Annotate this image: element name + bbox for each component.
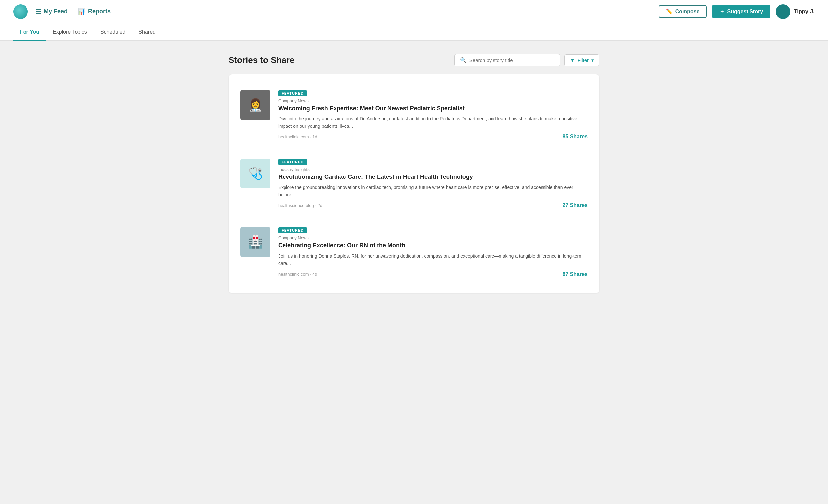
story-shares: 27 Shares bbox=[563, 202, 587, 208]
avatar bbox=[776, 4, 790, 19]
search-box[interactable]: 🔍 bbox=[454, 54, 561, 66]
user-name: Tippy J. bbox=[793, 8, 815, 15]
featured-badge: FEATURED bbox=[278, 227, 307, 234]
story-source: healthscience.blog bbox=[278, 203, 314, 208]
story-age: 4d bbox=[312, 271, 317, 277]
story-footer: healthscience.blog · 2d 27 Shares bbox=[278, 202, 587, 208]
story-shares: 85 Shares bbox=[563, 134, 587, 140]
tab-explore-topics[interactable]: Explore Topics bbox=[46, 23, 94, 41]
my-feed-icon: ☰ bbox=[36, 8, 41, 15]
story-description: Explore the groundbreaking innovations i… bbox=[278, 184, 587, 199]
stories-title: Stories to Share bbox=[229, 55, 294, 65]
featured-badge: FEATURED bbox=[278, 90, 307, 96]
story-footer: healthclinic.com · 1d 85 Shares bbox=[278, 134, 587, 140]
filter-chevron-icon: ▾ bbox=[591, 57, 594, 63]
tab-shared[interactable]: Shared bbox=[132, 23, 162, 41]
suggest-story-button[interactable]: ＋ Suggest Story bbox=[712, 5, 771, 18]
main-nav: ☰ My Feed 📊 Reports bbox=[36, 8, 659, 15]
search-input[interactable] bbox=[469, 57, 555, 63]
compose-button[interactable]: ✏️ Compose bbox=[659, 5, 707, 18]
story-title[interactable]: Celebrating Excellence: Our RN of the Mo… bbox=[278, 242, 587, 249]
story-category: Industry Insights bbox=[278, 167, 587, 172]
story-shares: 87 Shares bbox=[563, 271, 587, 277]
filter-icon: ▼ bbox=[570, 57, 575, 63]
story-source: healthclinic.com bbox=[278, 271, 309, 277]
nav-reports[interactable]: 📊 Reports bbox=[78, 8, 111, 15]
story-item: 🏥 FEATURED Company News Celebrating Exce… bbox=[229, 218, 599, 286]
story-source: healthclinic.com bbox=[278, 134, 309, 139]
header-actions: ✏️ Compose ＋ Suggest Story Tippy J. bbox=[659, 4, 815, 19]
story-body: FEATURED Industry Insights Revolutionizi… bbox=[278, 159, 587, 208]
story-thumbnail: 🩺 bbox=[241, 159, 270, 188]
story-title[interactable]: Revolutionizing Cardiac Care: The Latest… bbox=[278, 173, 587, 181]
reports-icon: 📊 bbox=[78, 8, 85, 15]
compose-label: Compose bbox=[675, 9, 700, 14]
filter-label: Filter bbox=[578, 57, 588, 63]
story-category: Company News bbox=[278, 98, 587, 103]
story-age: 1d bbox=[312, 134, 317, 139]
story-age: 2d bbox=[318, 203, 322, 208]
story-category: Company News bbox=[278, 236, 587, 241]
story-item: 👩‍⚕️ FEATURED Company News Welcoming Fre… bbox=[229, 81, 599, 149]
app-logo bbox=[13, 4, 28, 19]
story-meta: healthclinic.com · 4d bbox=[278, 271, 317, 277]
nav-my-feed[interactable]: ☰ My Feed bbox=[36, 8, 68, 15]
compose-icon: ✏️ bbox=[666, 8, 673, 14]
nav-my-feed-label: My Feed bbox=[44, 8, 68, 15]
suggest-label: Suggest Story bbox=[727, 9, 763, 14]
story-thumbnail: 🏥 bbox=[241, 227, 270, 257]
tab-scheduled[interactable]: Scheduled bbox=[94, 23, 132, 41]
featured-badge: FEATURED bbox=[278, 159, 307, 165]
stories-controls: 🔍 ▼ Filter ▾ bbox=[454, 54, 599, 66]
story-thumbnail: 👩‍⚕️ bbox=[241, 90, 270, 120]
stories-list: 👩‍⚕️ FEATURED Company News Welcoming Fre… bbox=[229, 74, 599, 293]
story-item: 🩺 FEATURED Industry Insights Revolutioni… bbox=[229, 149, 599, 218]
nav-reports-label: Reports bbox=[88, 8, 111, 15]
story-description: Dive into the journey and aspirations of… bbox=[278, 115, 587, 130]
tab-for-you[interactable]: For You bbox=[13, 23, 46, 41]
user-info: Tippy J. bbox=[776, 4, 815, 19]
stories-header: Stories to Share 🔍 ▼ Filter ▾ bbox=[229, 54, 599, 66]
story-footer: healthclinic.com · 4d 87 Shares bbox=[278, 271, 587, 277]
story-body: FEATURED Company News Welcoming Fresh Ex… bbox=[278, 90, 587, 140]
story-separator: · bbox=[315, 203, 317, 208]
filter-button[interactable]: ▼ Filter ▾ bbox=[564, 54, 599, 66]
header: ☰ My Feed 📊 Reports ✏️ Compose ＋ Suggest… bbox=[0, 0, 828, 23]
story-title[interactable]: Welcoming Fresh Expertise: Meet Our Newe… bbox=[278, 104, 587, 112]
story-meta: healthclinic.com · 1d bbox=[278, 134, 317, 139]
tabs-bar: For You Explore Topics Scheduled Shared bbox=[0, 23, 828, 41]
plus-icon: ＋ bbox=[719, 8, 724, 15]
main-content: Stories to Share 🔍 ▼ Filter ▾ 👩‍⚕️ FEATU… bbox=[215, 54, 613, 293]
story-body: FEATURED Company News Celebrating Excell… bbox=[278, 227, 587, 277]
story-meta: healthscience.blog · 2d bbox=[278, 203, 322, 208]
search-icon: 🔍 bbox=[460, 57, 467, 63]
story-description: Join us in honoring Donna Staples, RN, f… bbox=[278, 252, 587, 267]
